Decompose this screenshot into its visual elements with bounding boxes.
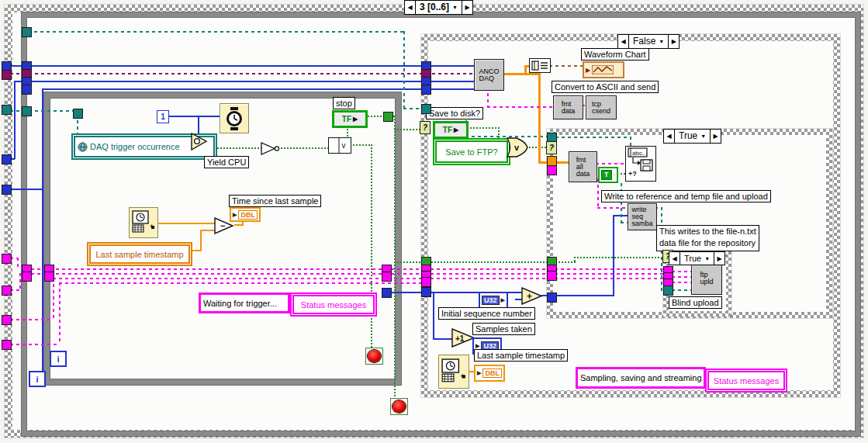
wait-on-occurrence-node[interactable] xyxy=(191,133,208,151)
tunnel[interactable] xyxy=(22,272,32,282)
fmt-data-subvi[interactable]: fmt data xyxy=(553,95,583,119)
anco-daq-subvi[interactable]: ANCO DAQ xyxy=(474,59,504,91)
tunnel[interactable] xyxy=(22,85,32,95)
wire-segment[interactable] xyxy=(42,88,43,378)
fmt-all-data-subvi[interactable]: fmt all data xyxy=(569,151,597,182)
wire-segment[interactable] xyxy=(350,144,372,146)
stop-boolean-terminal[interactable]: TF▶ xyxy=(332,110,368,128)
case-main-next-icon[interactable]: ▶ xyxy=(668,35,679,48)
case-ftp-dropdown-icon[interactable]: ▼ xyxy=(704,253,710,265)
wire-segment[interactable] xyxy=(672,282,691,283)
wire-segment[interactable] xyxy=(538,73,541,162)
wire-segment[interactable] xyxy=(42,88,475,90)
case-selector-tunnel[interactable]: ? xyxy=(420,121,431,134)
outer-loop-iteration-terminal[interactable]: i xyxy=(29,371,46,387)
case-ftp-next-icon[interactable]: ▶ xyxy=(714,252,724,265)
case-selector-tunnel[interactable]: ? xyxy=(546,141,557,154)
wait-ms-constant[interactable]: 1 xyxy=(157,110,169,123)
tunnel[interactable] xyxy=(383,112,393,122)
sequence-dropdown-icon[interactable]: ▼ xyxy=(452,2,458,13)
wire-segment[interactable] xyxy=(157,223,216,224)
wire-segment[interactable] xyxy=(10,110,74,112)
case-main-selector[interactable]: ◀ False▼ ▶ xyxy=(617,34,680,49)
tunnel[interactable] xyxy=(2,70,12,80)
wire-segment[interactable] xyxy=(503,73,540,75)
wire-segment[interactable] xyxy=(487,106,555,108)
tunnel[interactable] xyxy=(44,272,54,282)
save-to-ftp-boolean-control[interactable]: Save to FTP? xyxy=(433,138,510,165)
tunnel[interactable] xyxy=(2,254,12,264)
wire-segment[interactable] xyxy=(168,116,220,117)
wire-segment[interactable] xyxy=(394,116,396,400)
waiting-string-constant[interactable]: Waiting for trigger... xyxy=(199,292,290,313)
wire-segment[interactable] xyxy=(53,278,423,279)
case-ftp-prev-icon[interactable]: ◀ xyxy=(669,252,680,265)
outer-loop-conditional-terminal[interactable] xyxy=(390,398,408,415)
true-boolean-constant[interactable]: T▫ xyxy=(598,167,618,183)
save-to-disk-boolean-terminal[interactable]: TF▶ xyxy=(433,121,469,139)
get-datetime-node-loop[interactable]: + xyxy=(129,207,158,238)
wire-segment[interactable] xyxy=(19,273,21,290)
wire-segment[interactable] xyxy=(549,65,583,67)
write-characters-to-file-node[interactable]: abc... +? xyxy=(625,146,656,182)
tunnel[interactable] xyxy=(2,105,12,115)
tunnel[interactable] xyxy=(22,106,32,116)
tunnel[interactable] xyxy=(547,271,557,281)
case-main-prev-icon[interactable]: ◀ xyxy=(618,35,629,48)
wire-segment[interactable] xyxy=(394,261,547,263)
wire-segment[interactable] xyxy=(433,338,453,340)
wire-segment[interactable] xyxy=(464,127,500,129)
initial-sequence-number-control[interactable]: U32▶ xyxy=(479,292,508,309)
wire-segment[interactable] xyxy=(10,344,60,345)
wire-segment[interactable] xyxy=(555,295,614,296)
wire-segment[interactable] xyxy=(555,261,576,263)
or-gate-node[interactable]: v xyxy=(506,137,529,157)
case-ftp-selector[interactable]: ◀ True▼ ▶ xyxy=(669,251,725,265)
sequence-prev-icon[interactable]: ◀ xyxy=(405,1,416,14)
status-messages-indicator-loop[interactable]: Status messages xyxy=(290,292,377,317)
tunnel[interactable] xyxy=(382,288,392,298)
tunnel[interactable] xyxy=(421,287,431,297)
wire-segment[interactable] xyxy=(371,144,372,349)
wire-segment[interactable] xyxy=(198,116,199,134)
build-array-node[interactable] xyxy=(529,58,551,73)
last-sample-dbl-indicator[interactable]: ▶DBL xyxy=(474,365,505,382)
wire-segment[interactable] xyxy=(394,129,420,130)
wire-segment[interactable] xyxy=(10,65,475,67)
tunnel[interactable] xyxy=(382,272,392,282)
tunnel[interactable] xyxy=(421,85,431,95)
wire-segment[interactable] xyxy=(672,289,693,291)
ftp-upld-subvi[interactable]: ftp upld xyxy=(691,262,722,295)
wire-segment[interactable] xyxy=(672,276,691,278)
case-write-next-icon[interactable]: ▶ xyxy=(710,130,721,143)
wire-segment[interactable] xyxy=(10,73,475,74)
case-write-dropdown-icon[interactable]: ▼ xyxy=(700,130,706,142)
wire-segment[interactable] xyxy=(281,147,330,149)
wire-segment[interactable] xyxy=(17,258,19,269)
tunnel[interactable] xyxy=(2,340,12,350)
wire-segment[interactable] xyxy=(574,257,665,258)
wire-segment[interactable] xyxy=(433,292,434,340)
wire-segment[interactable] xyxy=(59,282,423,284)
tunnel[interactable] xyxy=(547,165,557,175)
inner-loop-iteration-terminal[interactable]: i xyxy=(50,351,67,367)
wait-ms-timer-node[interactable] xyxy=(220,103,249,133)
wire-segment[interactable] xyxy=(621,183,622,223)
tunnel[interactable] xyxy=(421,104,431,114)
wire-segment[interactable] xyxy=(31,268,423,270)
sequence-next-icon[interactable]: ▶ xyxy=(462,1,472,14)
sampling-string-constant[interactable]: Sampling, saving and streaming xyxy=(576,367,706,389)
wire-segment[interactable] xyxy=(403,108,423,109)
tunnel[interactable] xyxy=(73,109,83,119)
wire-segment[interactable] xyxy=(596,163,627,164)
last-sample-timestamp-control[interactable]: Last sample timestamp xyxy=(87,242,192,266)
case-main-dropdown-icon[interactable]: ▼ xyxy=(659,36,664,47)
wire-segment[interactable] xyxy=(200,230,216,231)
tunnel[interactable] xyxy=(2,286,12,296)
tunnel[interactable] xyxy=(421,277,431,287)
wire-segment[interactable] xyxy=(14,81,475,82)
wire-segment[interactable] xyxy=(31,273,423,275)
wire-segment[interactable] xyxy=(59,282,61,344)
wire-segment[interactable] xyxy=(14,81,16,159)
wire-segment[interactable] xyxy=(200,230,202,251)
